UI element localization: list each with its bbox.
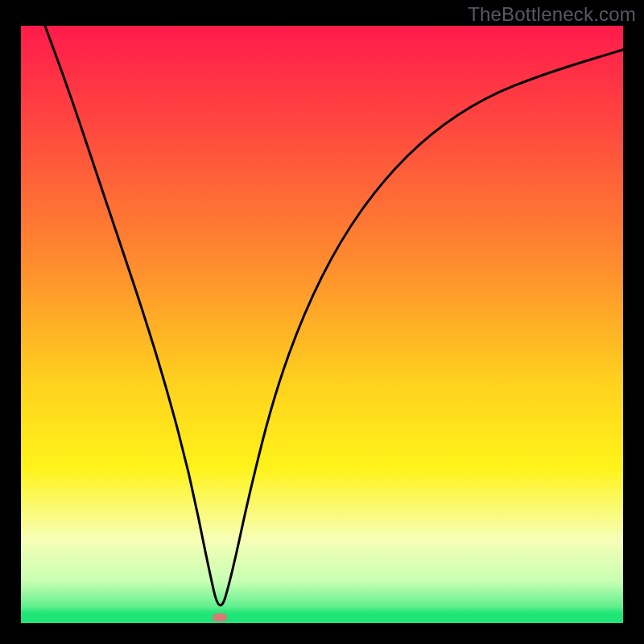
- min-point-marker: [213, 613, 227, 621]
- watermark-text: TheBottleneck.com: [468, 3, 636, 26]
- chart-frame: TheBottleneck.com: [0, 0, 644, 644]
- bottleneck-curve: [45, 26, 623, 605]
- curve-layer: [21, 26, 623, 623]
- plot-area: [21, 26, 623, 623]
